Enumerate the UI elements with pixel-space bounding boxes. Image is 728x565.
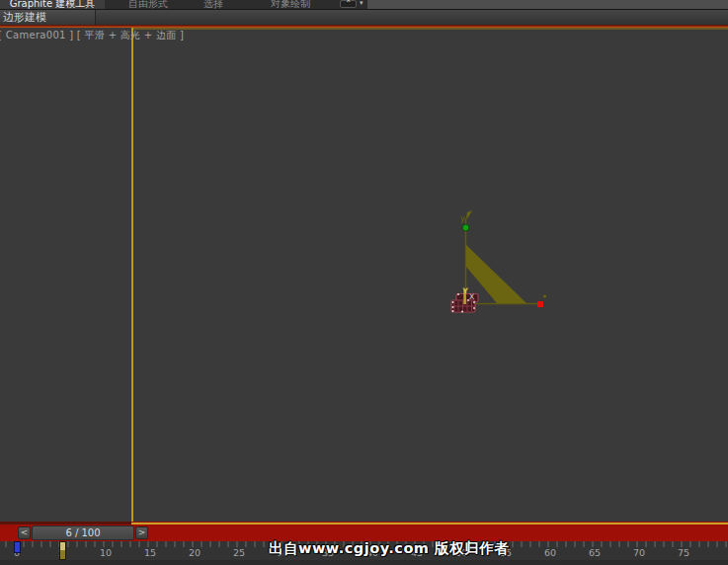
trackbar-frame-number: 65: [589, 547, 601, 559]
trackbar-tick: [556, 541, 558, 547]
scene: Y X y: [435, 205, 553, 316]
trackbar-frame-number: 15: [144, 547, 156, 559]
trackbar-tick: [529, 541, 531, 547]
trackbar-tick: [32, 541, 34, 547]
trackbar-tick: [627, 541, 629, 547]
trackbar-tick: [40, 541, 42, 547]
viewport-label[interactable]: [ Camera001 ] [ 平滑 + 高光 + 边面 ]: [0, 29, 184, 41]
tab-freeform[interactable]: 自由形式: [121, 0, 176, 9]
trackbar-tick: [725, 541, 727, 547]
trackbar-tick: [67, 541, 69, 547]
trackbar-frame-number: 10: [100, 547, 112, 559]
max-window: Graphite 建模工具 自由形式 选择 对象绘制 ⌃ ▾ 边形建模 [ Ca…: [0, 0, 728, 565]
trackbar-tick: [689, 541, 691, 547]
trackbar-tick: [245, 541, 247, 547]
trackbar-frame-number: 60: [544, 547, 556, 559]
trackbar-tick: [209, 541, 211, 547]
trackbar-tick: [663, 541, 665, 547]
trackbar-tick: [672, 541, 674, 547]
trackbar-tick: [201, 541, 202, 547]
trackbar-tick: [5, 541, 7, 547]
time-slider-shadow: [0, 522, 131, 525]
olive-dot: [543, 294, 546, 297]
ribbon-tab-bar: Graphite 建模工具 自由形式 选择 对象绘制 ⌃ ▾: [0, 0, 728, 9]
trackbar-tick: [707, 541, 709, 547]
next-frame-button[interactable]: >: [135, 526, 148, 539]
viewport-border-left: [131, 28, 133, 522]
trackbar-tick: [521, 541, 523, 547]
viewport-border-bottom: [131, 523, 728, 525]
previous-frame-button[interactable]: <: [18, 526, 31, 539]
gizmo-y-label: Y: [462, 286, 469, 295]
trackbar-tick: [512, 541, 514, 547]
tab-graphite-modeling-tools[interactable]: Graphite 建模工具: [0, 0, 105, 9]
time-slider-bar[interactable]: < 6 / 100 >: [0, 522, 728, 541]
trackbar-tick: [645, 541, 647, 547]
trackbar-tick: [129, 541, 131, 547]
gizmo-x-label: X: [469, 292, 474, 301]
trackbar-frame-number: 75: [678, 547, 689, 559]
viewport-border-top: [131, 28, 728, 30]
tab-selection[interactable]: 选择: [194, 0, 233, 9]
trackbar-tick: [538, 541, 540, 547]
trackbar-tick: [227, 541, 229, 547]
panel-tab-polygon-modeling[interactable]: 边形建模: [0, 10, 96, 25]
ribbon-tabbar-right-area: [367, 0, 728, 9]
current-frame-indicator[interactable]: [59, 541, 66, 560]
animation-key[interactable]: [14, 541, 21, 553]
trackbar-tick: [698, 541, 700, 547]
top-axis-label: y: [460, 214, 465, 223]
axis-flag: [466, 210, 472, 219]
ribbon-minimize-icon[interactable]: ⌃: [340, 0, 357, 8]
trackbar-tick: [49, 541, 51, 547]
trackbar-frame-number: 70: [633, 547, 645, 559]
trackbar-tick: [121, 541, 122, 547]
trackbar-tick: [183, 541, 185, 547]
trackbar-tick: [218, 541, 220, 547]
green-handle-dot[interactable]: [462, 224, 469, 231]
trackbar-tick: [174, 541, 176, 547]
trackbar-frame-number: 20: [189, 547, 201, 559]
trackbar-tick: [609, 541, 611, 547]
ribbon-dropdown-icon[interactable]: ▾: [360, 0, 364, 8]
ribbon-panel-row: 边形建模: [0, 9, 728, 25]
trackbar-tick: [156, 541, 158, 547]
trackbar-tick: [618, 541, 620, 547]
frame-counter-slider[interactable]: 6 / 100: [32, 525, 134, 540]
camera-viewport[interactable]: [ Camera001 ] [ 平滑 + 高光 + 边面 ]: [0, 28, 728, 522]
red-effector-dot[interactable]: [537, 301, 543, 307]
trackbar-tick: [23, 541, 25, 547]
trackbar-tick: [565, 541, 567, 547]
trackbar-tick: [574, 541, 576, 547]
trackbar-tick: [716, 541, 718, 547]
trackbar-tick: [583, 541, 585, 547]
trackbar-tick: [654, 541, 656, 547]
trackbar-tick: [254, 541, 256, 547]
trackbar-tick: [112, 541, 114, 547]
trackbar-tick: [263, 541, 265, 547]
trackbar-tick: [85, 541, 87, 547]
trackbar-tick: [76, 541, 78, 547]
watermark-text: 出自www.cgjoy.com 版权归作者: [269, 539, 509, 558]
trackbar-tick: [601, 541, 603, 547]
trackbar-tick: [138, 541, 140, 547]
tab-object-paint[interactable]: 对象绘制: [261, 0, 320, 9]
trackbar-tick: [94, 541, 96, 547]
trackbar-frame-number: 25: [233, 547, 245, 559]
trackbar-bottom-shade: [0, 560, 728, 565]
trackbar-tick: [165, 541, 167, 547]
